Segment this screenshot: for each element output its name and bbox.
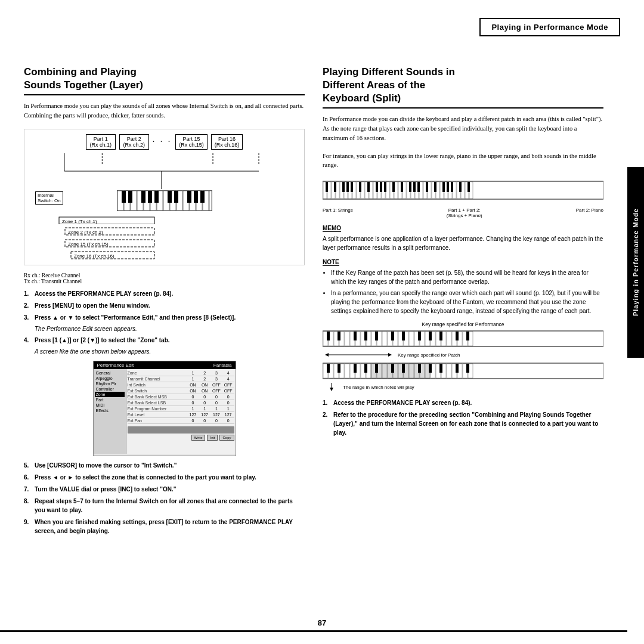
perf-edit-sidebar: General Arpeggio Rhythm Plr Controller Z…	[94, 369, 126, 454]
svg-rect-172	[327, 364, 330, 373]
right-section-title: Playing Different Sounds inDifferent Are…	[323, 66, 603, 109]
svg-rect-181	[439, 364, 442, 373]
left-steps: 1.Access the PERFORMANCE PLAY screen (p.…	[24, 289, 305, 535]
sidebar-zone: Zone	[95, 392, 125, 397]
perf-buttons-row: Write Init Copy	[128, 435, 234, 441]
svg-rect-95	[447, 182, 449, 192]
svg-rect-139	[466, 332, 469, 340]
split-keyboard-svg: /* keys drawn via rect elements below */	[323, 178, 603, 205]
perf-edit-body: General Arpeggio Rhythm Plr Controller Z…	[94, 369, 236, 454]
note-item-2: In a performance, you can specify the ra…	[331, 289, 603, 315]
sidebar-effects: Effects	[95, 408, 125, 413]
svg-rect-96	[451, 182, 453, 192]
svg-rect-30	[194, 191, 198, 203]
svg-rect-25	[148, 191, 152, 203]
svg-rect-97	[459, 182, 462, 192]
step-1: 1.Access the PERFORMANCE PLAY screen (p.…	[24, 289, 305, 298]
zone2-line: Zone 2 (Tx ch.2)	[41, 225, 160, 236]
part2-label: Part 2: Piano	[576, 208, 603, 218]
down-arrow-svg	[323, 383, 340, 391]
perf-row-int: Int Switch ONONOFFOFF	[128, 382, 234, 388]
step-2: 2.Press [MENU] to open the Menu window.	[24, 301, 305, 310]
svg-rect-173	[338, 364, 340, 373]
svg-rect-104	[345, 332, 349, 346]
svg-rect-92	[426, 182, 428, 192]
svg-rect-27	[168, 191, 172, 203]
right-steps-list: 1.Access the PERFORMANCE PLAY screen (p.…	[323, 398, 603, 437]
perf-row-lvl: Ext Level 127127127127	[128, 412, 234, 418]
sidebar-arpeggio: Arpeggio	[95, 376, 125, 381]
right-steps: 1.Access the PERFORMANCE PLAY screen (p.…	[323, 398, 603, 437]
svg-rect-148	[345, 364, 349, 378]
svg-rect-23	[128, 191, 132, 203]
svg-rect-91	[417, 182, 420, 192]
svg-rect-85	[380, 182, 382, 192]
svg-rect-31	[200, 191, 205, 203]
svg-marker-186	[330, 388, 333, 391]
svg-rect-182	[456, 364, 459, 373]
right-step-2: 2.Refer to the procedure for the precedi…	[323, 410, 603, 437]
svg-rect-129	[338, 332, 340, 340]
part1-label: Part 1: Strings	[323, 208, 353, 218]
svg-rect-21	[209, 191, 212, 210]
svg-rect-89	[409, 182, 411, 192]
part1-box: Part 1(Rx ch.1)	[86, 134, 116, 150]
steps-list-3: 5.Use [CURSOR] to move the cursor to "In…	[24, 461, 305, 535]
perf-edit-titlebar: Performance Edit Fantasia	[94, 361, 236, 369]
svg-rect-175	[364, 364, 367, 373]
svg-rect-128	[327, 332, 330, 340]
svg-rect-94	[442, 182, 445, 192]
svg-rect-88	[401, 182, 403, 192]
svg-rect-133	[391, 332, 394, 340]
svg-rect-184	[370, 363, 430, 379]
perf-edit-screenshot: Performance Edit Fantasia General Arpegg…	[93, 361, 236, 456]
zones-container: Zone 1 (Tx ch.1) Zone 2 (Tx ch.2) Zone 1…	[29, 213, 299, 260]
part-dots: · · ·	[153, 137, 172, 147]
note-box: NOTE If the Key Range of the patch has b…	[323, 258, 603, 315]
part1plus2-label: Part 1 + Part 2:(Strings + Piano)	[447, 208, 482, 218]
split-keyboard-container: /* keys drawn via rect elements below */	[323, 178, 603, 218]
svg-rect-22	[122, 191, 126, 203]
note-item-1: If the Key Range of the patch has been s…	[331, 268, 603, 286]
svg-text:Zone 16 (Tx ch.16): Zone 16 (Tx ch.16)	[74, 253, 114, 259]
perf-row-header: Zone 1 2 3 4	[128, 370, 234, 376]
svg-rect-26	[154, 191, 159, 203]
svg-rect-29	[187, 191, 191, 203]
parts-row: Part 1(Rx ch.1) Part 2(Rx ch.2) · · · Pa…	[29, 134, 299, 150]
right-column: Playing Different Sounds inDifferent Are…	[323, 66, 603, 538]
bottom-bar	[0, 630, 627, 632]
note-list: If the Key Range of the patch has been s…	[323, 268, 603, 315]
svg-rect-134	[402, 332, 405, 340]
part2-box: Part 2(Rx ch.2)	[119, 134, 149, 150]
svg-rect-131	[364, 332, 367, 340]
perf-row-ext: Ext Switch ONONOFFOFF	[128, 388, 234, 394]
layer-diagram: Part 1(Rx ch.1) Part 2(Rx ch.2) · · · Pa…	[24, 129, 305, 265]
copy-button[interactable]: Copy	[219, 435, 234, 441]
key-range-patch-arrow-label: Key range specified for Patch	[398, 352, 460, 358]
left-column: Combining and PlayingSounds Together (La…	[24, 66, 305, 538]
right-section-intro2: For instance, you can play strings in th…	[323, 151, 603, 171]
perf-edit-title: Performance Edit	[97, 363, 134, 368]
svg-rect-123	[447, 332, 451, 346]
perf-keyboard-svg	[323, 329, 603, 348]
arrow-row: Key range specified for Patch	[323, 351, 603, 359]
internal-switch-label: InternalSwitch: On	[35, 191, 63, 205]
svg-rect-132	[375, 332, 378, 340]
svg-marker-141	[325, 353, 329, 357]
sidebar-part: Part	[95, 397, 125, 402]
step-7: 7.Turn the VALUE dial or press [INC] to …	[24, 485, 305, 494]
side-tab: Playing in Performance Mode	[627, 167, 644, 358]
sidebar-controller: Controller	[95, 386, 125, 392]
sidebar-rhythm: Rhythm Plr	[95, 381, 125, 386]
svg-rect-80	[346, 182, 349, 192]
init-button[interactable]: Init	[207, 435, 218, 441]
step-9: 9.When you are finished making settings,…	[24, 518, 305, 535]
key-range-perf-label: Key range specified for Performance	[323, 321, 603, 327]
memo-title: MEMO	[323, 225, 341, 232]
arrow-svg	[323, 351, 394, 359]
perf-row-lsb: Ext Bank Select LSB 0000	[128, 400, 234, 406]
right-step-1: 1.Access the PERFORMANCE PLAY screen (p.…	[323, 398, 603, 407]
svg-rect-183	[466, 364, 469, 373]
write-button[interactable]: Write	[191, 435, 206, 441]
steps-list-2: 4.Press [1 (▲)] or [2 (▼)] to select the…	[24, 336, 305, 345]
